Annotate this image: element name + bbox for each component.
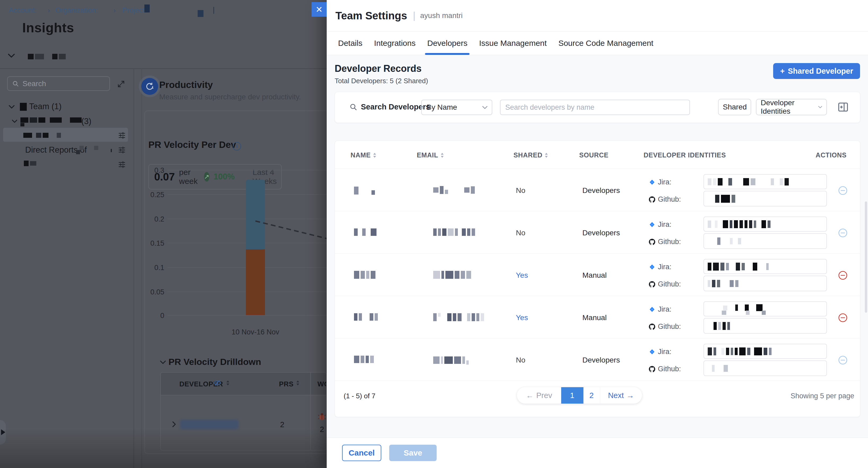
remove-developer-icon[interactable]	[838, 271, 847, 280]
source-value: Manual	[582, 313, 607, 322]
bottom-shadow	[0, 428, 327, 468]
sort-icon[interactable]	[373, 152, 376, 158]
productivity-icon	[141, 78, 158, 95]
search-by-select[interactable]: By Name	[421, 100, 492, 115]
sidebar-subteam-count[interactable]: (3)	[81, 117, 91, 126]
expand-icon[interactable]	[117, 80, 125, 88]
search-icon	[12, 81, 19, 87]
cancel-button[interactable]: Cancel	[342, 445, 381, 461]
github-identity-field[interactable]	[704, 318, 827, 334]
tab-issue-management[interactable]: Issue Management	[479, 32, 547, 55]
github-identity-field[interactable]	[704, 191, 827, 207]
column-name[interactable]: NAME	[350, 151, 376, 159]
arrow-left-icon: ←	[526, 391, 534, 400]
chevron-down-icon[interactable]	[160, 361, 166, 364]
page-1-button[interactable]: 1	[561, 387, 583, 404]
redacted-block	[80, 146, 84, 150]
column-shared[interactable]: SHARED	[514, 151, 548, 159]
chevron-right-icon[interactable]	[172, 422, 176, 427]
breadcrumb-account[interactable]: Account:	[9, 6, 37, 14]
tab-source-code-management[interactable]: Source Code Management	[558, 32, 653, 55]
team-settings-modal: ✕ Team Settings | ayush mantri Details I…	[327, 0, 868, 468]
sidebar-item-selected[interactable]	[3, 128, 128, 142]
next-page-button[interactable]: Next→	[600, 391, 642, 400]
trend-up-icon: ↗	[204, 172, 209, 182]
page-title: Insights	[22, 20, 74, 35]
developer-identities-dropdown[interactable]: Developer Identities	[756, 99, 827, 115]
remove-developer-icon[interactable]	[838, 313, 847, 322]
sort-icon[interactable]	[440, 152, 444, 158]
arrow-right-icon: →	[626, 391, 634, 400]
scrollbar[interactable]	[865, 201, 867, 313]
y-tick: 0	[148, 312, 164, 320]
close-icon[interactable]: ✕	[312, 2, 327, 17]
remove-developer-icon[interactable]	[838, 228, 847, 238]
modal-title: Team Settings	[335, 10, 407, 22]
shared-value: No	[516, 229, 525, 237]
email-redacted	[433, 228, 475, 236]
column-settings-icon[interactable]	[838, 102, 848, 112]
sort-icon[interactable]	[296, 380, 300, 386]
breadcrumb-chevron-icon: ›	[48, 6, 50, 14]
email-redacted	[433, 313, 484, 321]
tab-details[interactable]: Details	[338, 32, 363, 55]
sort-icon[interactable]	[226, 380, 230, 386]
tab-developers[interactable]: Developers	[427, 32, 467, 55]
github-icon	[649, 196, 655, 203]
jira-identity-field[interactable]	[704, 259, 827, 274]
column-prs[interactable]: PRS	[279, 380, 293, 388]
jira-label: Jira:	[649, 348, 672, 356]
info-icon[interactable]: i	[232, 142, 241, 151]
jira-identity-field[interactable]	[704, 301, 827, 316]
source-value: Developers	[582, 356, 620, 364]
sidebar-item-team[interactable]: Team (1)	[29, 102, 61, 111]
eye-slash-icon[interactable]	[213, 379, 221, 386]
remove-developer-icon[interactable]	[838, 355, 847, 365]
jira-label: Jira:	[649, 178, 672, 186]
page-2-button[interactable]: 2	[583, 387, 600, 404]
filters-icon[interactable]	[118, 132, 125, 139]
search-developers-input[interactable]	[500, 100, 690, 115]
column-email[interactable]: EMAIL	[417, 151, 444, 159]
column-wo[interactable]: WO	[317, 380, 327, 388]
remove-developer-icon[interactable]	[838, 186, 847, 195]
chevron-down-icon[interactable]	[8, 54, 15, 58]
redacted-block	[198, 10, 204, 17]
trend-dashed-line	[249, 217, 327, 241]
sidebar-search-input[interactable]: Search	[7, 76, 110, 91]
breadcrumb-project[interactable]: Project:	[122, 6, 147, 14]
shared-value: Yes	[516, 271, 528, 280]
gridline	[167, 170, 327, 170]
sort-icon[interactable]	[545, 152, 548, 158]
add-shared-developer-button[interactable]: + Shared Developer	[773, 63, 860, 79]
stat-unit: per week	[179, 168, 198, 186]
filters-icon[interactable]	[118, 161, 125, 168]
save-button[interactable]: Save	[389, 445, 437, 461]
y-tick: 0.15	[148, 239, 164, 248]
shared-filter-dropdown[interactable]: Shared	[718, 99, 751, 115]
content-border	[142, 68, 142, 468]
breadcrumb-chevron-icon: ›	[114, 6, 116, 14]
breadcrumb-organization[interactable]: Organization:	[55, 6, 98, 14]
github-identity-field[interactable]	[704, 276, 827, 291]
jira-icon	[649, 264, 655, 270]
modal-tabs: Details Integrations Developers Issue Ma…	[327, 31, 868, 55]
github-identity-field[interactable]	[704, 233, 827, 249]
prev-page-button[interactable]: ←Prev	[517, 391, 561, 400]
tab-integrations[interactable]: Integrations	[374, 32, 416, 55]
filters-icon[interactable]	[118, 146, 125, 154]
jira-identity-field[interactable]	[704, 217, 827, 231]
jira-identity-field[interactable]	[704, 344, 827, 359]
column-identities: DEVELOPER IDENTITIES	[644, 151, 726, 159]
developer-name-redacted[interactable]	[180, 420, 239, 429]
modal-content: Developer Records Total Developers: 5 (2…	[327, 55, 868, 438]
jira-identity-field[interactable]	[704, 174, 827, 189]
chevron-down-icon[interactable]	[12, 120, 17, 123]
jira-icon	[649, 179, 655, 186]
bar-segment-bottom[interactable]	[246, 249, 265, 315]
redacted-text	[28, 54, 66, 59]
source-value: Manual	[582, 271, 607, 280]
y-tick: 0.05	[148, 288, 164, 296]
chevron-down-icon[interactable]	[9, 105, 14, 108]
github-identity-field[interactable]	[704, 361, 827, 376]
